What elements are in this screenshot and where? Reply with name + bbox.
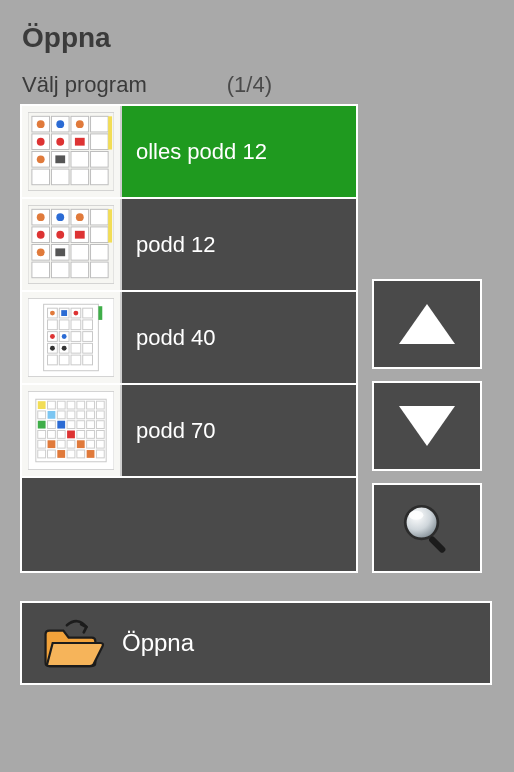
svg-rect-70	[48, 355, 58, 365]
svg-rect-87	[67, 401, 75, 409]
svg-rect-68	[71, 343, 81, 353]
program-list: olles podd 12	[20, 104, 358, 573]
svg-point-45	[56, 213, 64, 221]
svg-point-50	[37, 248, 45, 256]
svg-rect-104	[96, 421, 104, 429]
svg-rect-23	[75, 138, 85, 146]
svg-rect-41	[71, 262, 89, 278]
svg-point-21	[37, 138, 45, 146]
subheader: Välj program (1/4)	[22, 72, 494, 98]
svg-rect-108	[67, 431, 75, 439]
svg-point-22	[56, 138, 64, 146]
svg-rect-114	[57, 440, 65, 448]
svg-rect-30	[91, 209, 109, 225]
svg-rect-73	[83, 355, 93, 365]
svg-rect-125	[96, 450, 104, 458]
svg-rect-65	[83, 332, 93, 342]
svg-point-20	[76, 120, 84, 128]
list-item-label: podd 40	[122, 325, 356, 351]
open-button-label: Öppna	[122, 629, 194, 657]
svg-rect-84	[38, 401, 46, 409]
search-button[interactable]	[372, 483, 482, 573]
svg-rect-103	[87, 421, 95, 429]
svg-point-44	[37, 213, 45, 221]
svg-rect-128	[428, 535, 447, 554]
svg-rect-13	[32, 169, 50, 185]
svg-rect-25	[55, 155, 65, 163]
svg-point-80	[50, 346, 55, 351]
svg-rect-4	[91, 116, 109, 132]
program-thumbnail-icon	[22, 106, 122, 197]
svg-rect-12	[91, 152, 109, 168]
svg-rect-61	[83, 320, 93, 330]
svg-rect-71	[59, 355, 69, 365]
svg-rect-89	[87, 401, 95, 409]
svg-rect-76	[61, 310, 67, 316]
svg-rect-8	[91, 134, 109, 150]
svg-rect-58	[48, 320, 58, 330]
svg-rect-96	[87, 411, 95, 419]
svg-rect-112	[38, 440, 46, 448]
svg-rect-57	[83, 308, 93, 318]
svg-rect-119	[38, 450, 46, 458]
svg-rect-123	[77, 450, 85, 458]
scroll-down-button[interactable]	[372, 381, 482, 471]
open-button[interactable]: Öppna	[20, 601, 492, 685]
svg-rect-51	[55, 248, 65, 256]
svg-point-127	[409, 511, 424, 520]
svg-rect-64	[71, 332, 81, 342]
list-item-empty	[22, 478, 356, 571]
svg-rect-100	[57, 421, 65, 429]
program-thumbnail-icon	[22, 292, 122, 383]
program-thumbnail-icon	[22, 199, 122, 290]
scroll-up-button[interactable]	[372, 279, 482, 369]
svg-rect-116	[77, 440, 85, 448]
svg-rect-86	[57, 401, 65, 409]
svg-rect-49	[75, 231, 85, 239]
svg-rect-111	[96, 431, 104, 439]
svg-rect-110	[87, 431, 95, 439]
svg-rect-74	[98, 306, 102, 320]
list-item[interactable]: podd 12	[22, 199, 356, 292]
list-item[interactable]: olles podd 12	[22, 106, 356, 199]
open-dialog: Öppna Välj program (1/4)	[0, 0, 514, 772]
svg-point-126	[405, 506, 438, 539]
choose-program-label: Välj program	[22, 72, 147, 98]
page-counter: (1/4)	[227, 72, 272, 98]
svg-rect-109	[77, 431, 85, 439]
svg-rect-72	[71, 355, 81, 365]
magnifier-icon	[398, 499, 456, 557]
svg-rect-43	[108, 209, 112, 242]
svg-rect-121	[57, 450, 65, 458]
svg-rect-115	[67, 440, 75, 448]
list-item[interactable]: podd 40	[22, 292, 356, 385]
svg-rect-88	[77, 401, 85, 409]
triangle-up-icon	[399, 304, 455, 344]
list-item[interactable]: podd 70	[22, 385, 356, 478]
svg-rect-59	[59, 320, 69, 330]
svg-point-75	[50, 311, 55, 316]
svg-rect-93	[57, 411, 65, 419]
svg-rect-120	[48, 450, 56, 458]
list-item-label: podd 70	[122, 418, 356, 444]
svg-rect-102	[77, 421, 85, 429]
svg-rect-17	[108, 116, 112, 149]
svg-rect-38	[91, 245, 109, 261]
folder-open-icon	[42, 617, 106, 669]
svg-point-24	[37, 155, 45, 163]
svg-rect-101	[67, 421, 75, 429]
program-thumbnail-icon	[22, 385, 122, 476]
svg-rect-39	[32, 262, 50, 278]
svg-rect-40	[51, 262, 69, 278]
svg-rect-92	[48, 411, 56, 419]
svg-rect-15	[71, 169, 89, 185]
list-item-label: olles podd 12	[122, 139, 356, 165]
svg-rect-113	[48, 440, 56, 448]
svg-rect-14	[51, 169, 69, 185]
svg-rect-16	[91, 169, 109, 185]
svg-rect-34	[91, 227, 109, 243]
svg-rect-117	[87, 440, 95, 448]
svg-rect-124	[87, 450, 95, 458]
svg-rect-42	[91, 262, 109, 278]
svg-rect-122	[67, 450, 75, 458]
